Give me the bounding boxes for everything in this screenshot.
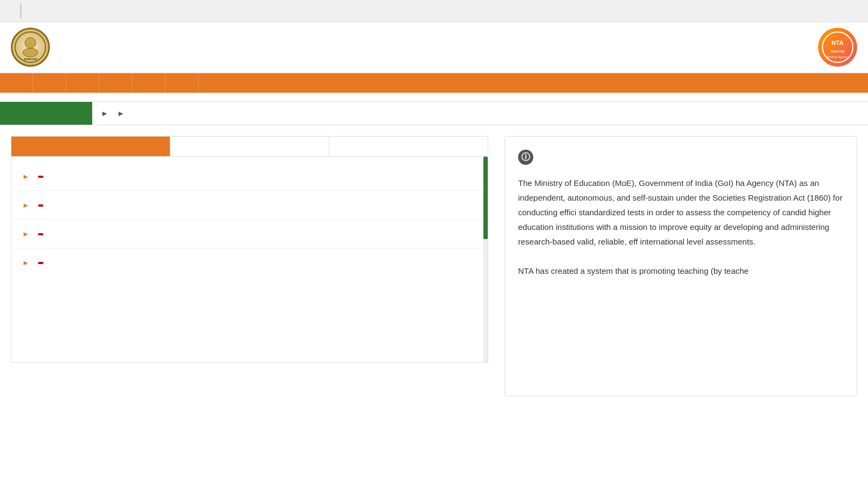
new-badge-4 bbox=[38, 262, 43, 264]
right-panel: ⓘ The Ministry of Education (MoE), Gover… bbox=[488, 136, 857, 396]
bullet-arrow-2: ► bbox=[22, 201, 29, 209]
svg-point-1 bbox=[25, 37, 36, 48]
new-badge-1 bbox=[38, 176, 43, 178]
bullet-arrow-4: ► bbox=[22, 259, 29, 267]
nav-important-download[interactable] bbox=[66, 73, 99, 93]
gov-bar-divider bbox=[21, 3, 21, 18]
notice-item-3: ► bbox=[11, 220, 488, 248]
notice-item-1: ► bbox=[11, 162, 488, 191]
government-bar bbox=[0, 0, 868, 22]
tab-news-events[interactable] bbox=[170, 137, 329, 156]
svg-text:Testing Agency: Testing Agency bbox=[827, 55, 848, 59]
svg-point-2 bbox=[23, 48, 38, 57]
tab-content: ► ► ► ► bbox=[11, 157, 488, 363]
new-badge-2 bbox=[38, 204, 43, 207]
main-nav bbox=[0, 73, 868, 93]
logo-section: सत्यमेव जयते bbox=[11, 28, 174, 67]
ticker-arrow-1: ► bbox=[101, 109, 108, 118]
svg-text:सत्यमेव जयते: सत्यमेव जयते bbox=[23, 57, 37, 61]
nav-contact[interactable] bbox=[165, 73, 199, 93]
svg-text:National: National bbox=[831, 49, 845, 53]
main-content: ► ► ► ► ⓘ bbox=[0, 125, 868, 407]
svg-text:NTA: NTA bbox=[832, 40, 844, 46]
bullet-arrow-3: ► bbox=[22, 230, 29, 238]
emblem-logo: सत्यमेव जयते bbox=[11, 28, 50, 67]
ticker-content: ► ► bbox=[92, 109, 868, 118]
tab-candidate-activity[interactable] bbox=[329, 137, 488, 156]
nav-home[interactable] bbox=[0, 73, 33, 93]
left-panel: ► ► ► ► bbox=[11, 136, 488, 396]
bullet-arrow-1: ► bbox=[22, 172, 29, 181]
tab-public-notices[interactable] bbox=[11, 137, 170, 156]
notice-item-4: ► bbox=[11, 248, 488, 277]
site-header: सत्यमेव जयते NTA National Testing Agency bbox=[0, 22, 868, 73]
cuet-banner bbox=[0, 93, 868, 101]
ticker-arrow-2: ► bbox=[117, 109, 125, 118]
notice-item-2: ► bbox=[11, 191, 488, 220]
latest-news-label bbox=[0, 102, 92, 125]
scroll-bar[interactable] bbox=[483, 157, 488, 362]
nav-universities[interactable] bbox=[99, 73, 132, 93]
right-circle-logo: NTA National Testing Agency bbox=[818, 28, 857, 67]
introduction-box: ⓘ The Ministry of Education (MoE), Gover… bbox=[505, 136, 857, 396]
intro-title: ⓘ bbox=[518, 150, 844, 165]
nav-syllabus[interactable] bbox=[132, 73, 165, 93]
info-icon: ⓘ bbox=[518, 150, 533, 165]
new-badge-3 bbox=[38, 233, 43, 235]
nav-information-bulletin[interactable] bbox=[33, 73, 66, 93]
news-ticker: ► ► bbox=[0, 101, 868, 125]
tabs-container bbox=[11, 136, 488, 157]
scroll-thumb bbox=[483, 157, 488, 239]
header-right-logo: NTA National Testing Agency bbox=[814, 28, 857, 67]
intro-text: The Ministry of Education (MoE), Governm… bbox=[518, 176, 844, 278]
